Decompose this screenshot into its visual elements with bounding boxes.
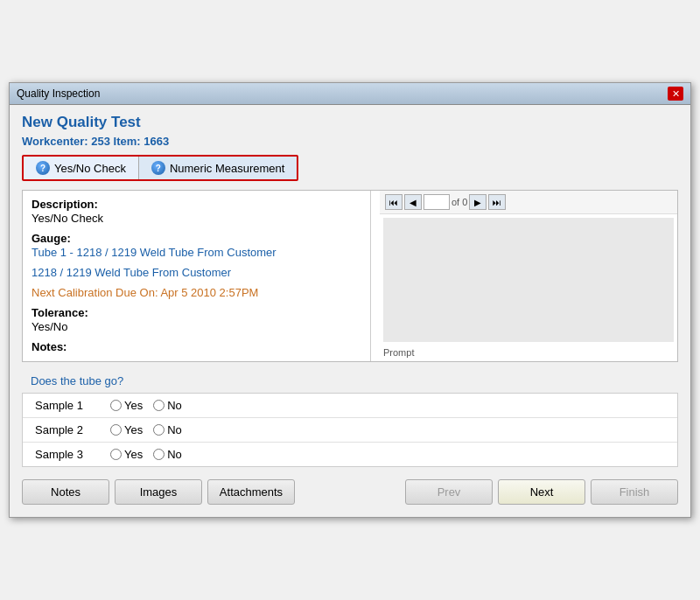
- workcenter-info: Workcenter: 253 Item: 1663: [22, 135, 678, 148]
- nav-of-label: of 0: [452, 197, 467, 207]
- notes-area: Notes:: [32, 340, 361, 353]
- notes-button[interactable]: Notes: [22, 479, 109, 505]
- sample-1-yes-label: Yes: [124, 399, 143, 412]
- sample-2-no-label: No: [167, 423, 182, 436]
- sample-2-radio-group: Yes No: [110, 423, 182, 436]
- footer-left: Notes Images Attachments: [22, 479, 295, 505]
- sample-1-no-label: No: [167, 399, 182, 412]
- tab-yes-no[interactable]: ? Yes/No Check: [24, 157, 139, 179]
- sample-row-3: Sample 3 Yes No: [23, 443, 677, 466]
- sample-3-no-label: No: [167, 448, 182, 461]
- page-title: New Quality Test: [22, 114, 678, 131]
- sample-3-radio-group: Yes No: [110, 448, 182, 461]
- sample-1-no-radio[interactable]: [153, 400, 164, 411]
- close-button[interactable]: ✕: [668, 87, 683, 101]
- sample-2-yes-radio[interactable]: [110, 424, 122, 436]
- gauge-line2: 1218 / 1219 Weld Tube From Customer: [32, 266, 361, 279]
- nav-prev-button[interactable]: ◀: [404, 194, 422, 210]
- sample-row-2: Sample 2 Yes No: [23, 418, 677, 443]
- nav-bar: ⏮ ◀ 0 of 0 ▶ ⏭: [380, 191, 677, 214]
- yes-no-tab-label: Yes/No Check: [54, 162, 126, 175]
- next-button[interactable]: Next: [498, 479, 585, 505]
- description-value: Yes/No Check: [32, 212, 361, 225]
- prev-button[interactable]: Prev: [405, 479, 493, 505]
- sample-1-no-option[interactable]: No: [153, 399, 182, 412]
- nav-current-input[interactable]: 0: [424, 194, 450, 210]
- sample-3-no-option[interactable]: No: [153, 448, 182, 461]
- yes-no-tab-icon: ?: [36, 161, 50, 175]
- sample-2-yes-label: Yes: [124, 423, 143, 436]
- gauge-label: Gauge:: [32, 232, 361, 245]
- tabs-container: ? Yes/No Check ? Numeric Measurement: [22, 155, 298, 181]
- sample-2-no-option[interactable]: No: [153, 423, 182, 436]
- sample-3-yes-radio[interactable]: [110, 449, 122, 460]
- sample-2-no-radio[interactable]: [153, 424, 164, 436]
- nav-next-button[interactable]: ▶: [469, 194, 486, 210]
- title-bar: Quality Inspection ✕: [10, 83, 690, 105]
- gauge-line3: Next Calibration Due On: Apr 5 2010 2:57…: [32, 286, 361, 299]
- left-panel: Description: Yes/No Check Gauge: Tube 1 …: [23, 191, 371, 361]
- footer: Notes Images Attachments Prev Next Finis…: [22, 474, 678, 508]
- description-label: Description:: [32, 198, 361, 211]
- main-panel: Description: Yes/No Check Gauge: Tube 1 …: [22, 190, 678, 362]
- tab-numeric[interactable]: ? Numeric Measurement: [139, 157, 298, 179]
- question-text: Does the tube go?: [22, 369, 678, 393]
- samples-section: Sample 1 Yes No Sample 2: [22, 393, 678, 467]
- finish-button[interactable]: Finish: [591, 479, 678, 505]
- tolerance-value: Yes/No: [32, 320, 361, 333]
- sample-1-label: Sample 1: [35, 399, 96, 412]
- sample-3-yes-option[interactable]: Yes: [110, 448, 143, 461]
- sample-3-no-radio[interactable]: [153, 449, 164, 460]
- sample-1-radio-group: Yes No: [110, 399, 182, 412]
- images-button[interactable]: Images: [115, 479, 202, 505]
- sample-3-label: Sample 3: [35, 448, 96, 461]
- sample-1-yes-option[interactable]: Yes: [110, 399, 143, 412]
- nav-first-button[interactable]: ⏮: [385, 194, 402, 210]
- numeric-tab-icon: ?: [151, 161, 165, 175]
- footer-right: Prev Next Finish: [405, 479, 678, 505]
- gauge-line1: Tube 1 - 1218 / 1219 Weld Tube From Cust…: [32, 246, 361, 259]
- sample-2-yes-option[interactable]: Yes: [110, 423, 143, 436]
- sample-3-yes-label: Yes: [124, 448, 143, 461]
- sample-2-label: Sample 2: [35, 423, 96, 436]
- attachments-button[interactable]: Attachments: [207, 479, 295, 505]
- sample-row-1: Sample 1 Yes No: [23, 394, 677, 418]
- right-panel: ⏮ ◀ 0 of 0 ▶ ⏭ Prompt: [380, 191, 677, 361]
- sample-1-yes-radio[interactable]: [110, 400, 122, 411]
- content-area: New Quality Test Workcenter: 253 Item: 1…: [10, 105, 690, 517]
- tolerance-label: Tolerance:: [32, 306, 361, 319]
- nav-last-button[interactable]: ⏭: [488, 194, 506, 210]
- prompt-label: Prompt: [380, 345, 677, 361]
- main-window: Quality Inspection ✕ New Quality Test Wo…: [9, 82, 691, 518]
- notes-label: Notes:: [32, 340, 361, 353]
- numeric-tab-label: Numeric Measurement: [170, 162, 285, 175]
- window-title: Quality Inspection: [17, 87, 100, 100]
- image-display-area: [383, 218, 674, 342]
